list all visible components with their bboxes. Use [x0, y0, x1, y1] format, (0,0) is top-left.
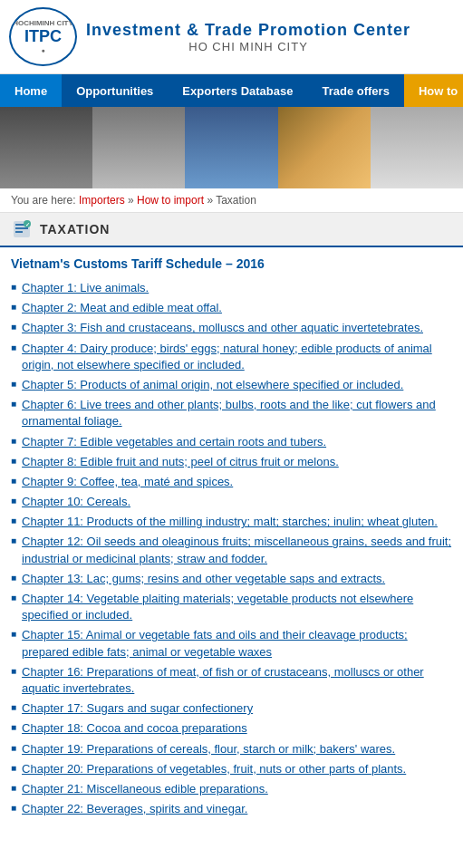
- chapter-item-9: ■Chapter 9: Coffee, tea, maté and spices…: [11, 474, 452, 490]
- chapter-item-1: ■Chapter 1: Live animals.: [11, 280, 452, 296]
- breadcrumb-prefix: You are here:: [11, 194, 79, 207]
- chapter-link-11[interactable]: Chapter 11: Products of the milling indu…: [22, 514, 438, 530]
- banner-seg-1: [0, 107, 92, 188]
- nav-trade-offers[interactable]: Trade offers: [307, 74, 403, 107]
- chapter-link-1[interactable]: Chapter 1: Live animals.: [22, 280, 149, 296]
- chapter-link-16[interactable]: Chapter 16: Preparations of meat, of fis…: [22, 664, 452, 697]
- bullet-icon: ■: [11, 435, 16, 448]
- site-title: Investment & Trade Promotion Center: [86, 21, 410, 40]
- bullet-icon: ■: [11, 475, 16, 487]
- chapter-item-2: ■Chapter 2: Meat and edible meat offal.: [11, 300, 452, 316]
- chapter-item-5: ■Chapter 5: Products of animal origin, n…: [11, 377, 452, 393]
- chapter-link-18[interactable]: Chapter 18: Cocoa and cocoa preparations: [22, 720, 247, 737]
- chapter-item-22: ■Chapter 22: Beverages, spirits and vine…: [11, 801, 452, 817]
- chapter-item-4: ■Chapter 4: Dairy produce; birds' eggs; …: [11, 341, 452, 373]
- chapter-item-13: ■Chapter 13: Lac; gums; resins and other…: [11, 571, 452, 587]
- bullet-icon: ■: [11, 342, 16, 354]
- chapter-link-2[interactable]: Chapter 2: Meat and edible meat offal.: [22, 300, 222, 316]
- nav-home[interactable]: Home: [0, 74, 62, 107]
- chapter-item-10: ■Chapter 10: Cereals.: [11, 494, 452, 510]
- bullet-icon: ■: [11, 321, 16, 333]
- bullet-icon: ■: [11, 721, 16, 734]
- chapter-link-7[interactable]: Chapter 7: Edible vegetables and certain…: [22, 434, 326, 450]
- chapter-item-15: ■Chapter 15: Animal or vegetable fats an…: [11, 627, 452, 660]
- breadcrumb-how-to-import[interactable]: How to import: [137, 194, 204, 207]
- banner-seg-2: [92, 107, 185, 188]
- chapter-link-6[interactable]: Chapter 6: Live trees and other plants; …: [22, 397, 452, 429]
- chapter-link-14[interactable]: Chapter 14: Vegetable plaiting materials…: [22, 591, 452, 623]
- chapter-item-3: ■Chapter 3: Fish and crustaceans, mollus…: [11, 320, 452, 336]
- bullet-icon: ■: [11, 455, 16, 468]
- bullet-icon: ■: [11, 742, 16, 755]
- chapter-item-20: ■Chapter 20: Preparations of vegetables,…: [11, 761, 452, 777]
- chapter-link-21[interactable]: Chapter 21: Miscellaneous edible prepara…: [22, 781, 268, 797]
- bullet-icon: ■: [11, 495, 16, 507]
- chapter-list: ■Chapter 1: Live animals.■Chapter 2: Mea…: [11, 280, 452, 817]
- bullet-icon: ■: [11, 802, 16, 815]
- chapter-item-21: ■Chapter 21: Miscellaneous edible prepar…: [11, 781, 452, 797]
- chapter-item-8: ■Chapter 8: Edible fruit and nuts; peel …: [11, 454, 452, 470]
- breadcrumb: You are here: Importers » How to import …: [0, 188, 463, 213]
- nav-exporters[interactable]: Exporters Database: [168, 74, 307, 107]
- chapter-link-10[interactable]: Chapter 10: Cereals.: [22, 494, 130, 510]
- chapter-item-6: ■Chapter 6: Live trees and other plants;…: [11, 397, 452, 429]
- bullet-icon: ■: [11, 782, 16, 795]
- banner-seg-3: [185, 107, 277, 188]
- chapter-link-17[interactable]: Chapter 17: Sugars and sugar confectione…: [22, 700, 253, 717]
- bullet-icon: ■: [11, 398, 16, 410]
- banner-seg-4: [278, 107, 371, 188]
- chapter-link-4[interactable]: Chapter 4: Dairy produce; birds' eggs; n…: [22, 341, 452, 373]
- bullet-icon: ■: [11, 628, 16, 641]
- banner-seg-5: [371, 107, 463, 188]
- chapter-link-22[interactable]: Chapter 22: Beverages, spirits and vineg…: [22, 801, 247, 817]
- breadcrumb-importers[interactable]: Importers: [79, 194, 125, 207]
- chapter-item-19: ■Chapter 19: Preparations of cereals, fl…: [11, 741, 452, 757]
- bullet-icon: ■: [11, 592, 16, 604]
- chapter-link-5[interactable]: Chapter 5: Products of animal origin, no…: [22, 377, 403, 393]
- bullet-icon: ■: [11, 281, 16, 294]
- chapter-link-20[interactable]: Chapter 20: Preparations of vegetables, …: [22, 761, 406, 777]
- chapter-link-19[interactable]: Chapter 19: Preparations of cereals, flo…: [22, 741, 395, 757]
- chapter-item-14: ■Chapter 14: Vegetable plaiting material…: [11, 591, 452, 623]
- bullet-icon: ■: [11, 535, 16, 547]
- bullet-icon: ■: [11, 572, 16, 584]
- section-title: TAXATION: [40, 222, 110, 236]
- bullet-icon: ■: [11, 665, 16, 678]
- chapter-item-7: ■Chapter 7: Edible vegetables and certai…: [11, 434, 452, 450]
- svg-text:✓: ✓: [25, 222, 30, 227]
- bullet-icon: ■: [11, 762, 16, 775]
- main-content: Vietnam's Customs Tariff Schedule – 2016…: [0, 247, 463, 830]
- bullet-icon: ■: [11, 301, 16, 313]
- chapter-link-3[interactable]: Chapter 3: Fish and crustaceans, mollusc…: [22, 320, 423, 336]
- chapter-link-15[interactable]: Chapter 15: Animal or vegetable fats and…: [22, 627, 452, 660]
- chapter-link-13[interactable]: Chapter 13: Lac; gums; resins and other …: [22, 571, 385, 587]
- banner: [0, 107, 463, 188]
- breadcrumb-current: Taxation: [216, 194, 256, 207]
- logo: HOCHIMINH CITY ITPC ●: [9, 7, 77, 66]
- site-subtitle: HO CHI MINH CITY: [188, 40, 308, 53]
- chapter-item-18: ■Chapter 18: Cocoa and cocoa preparation…: [11, 720, 452, 737]
- bullet-icon: ■: [11, 515, 16, 527]
- chapter-item-16: ■Chapter 16: Preparations of meat, of fi…: [11, 664, 452, 697]
- nav-how-to[interactable]: How to: [404, 74, 463, 107]
- chapter-link-8[interactable]: Chapter 8: Edible fruit and nuts; peel o…: [22, 454, 339, 470]
- nav-opportunities[interactable]: Opportunities: [62, 74, 168, 107]
- chapter-item-11: ■Chapter 11: Products of the milling ind…: [11, 514, 452, 530]
- chapter-item-17: ■Chapter 17: Sugars and sugar confection…: [11, 700, 452, 717]
- chapter-link-12[interactable]: Chapter 12: Oil seeds and oleaginous fru…: [22, 534, 452, 566]
- bullet-icon: ■: [11, 701, 16, 714]
- bullet-icon: ■: [11, 378, 16, 391]
- section-header: ✓ TAXATION: [0, 213, 463, 247]
- chapter-item-12: ■Chapter 12: Oil seeds and oleaginous fr…: [11, 534, 452, 566]
- section-icon: ✓: [11, 218, 33, 240]
- header: HOCHIMINH CITY ITPC ● Investment & Trade…: [0, 0, 463, 74]
- page-title: Vietnam's Customs Tariff Schedule – 2016: [11, 256, 452, 271]
- chapter-link-9[interactable]: Chapter 9: Coffee, tea, maté and spices.: [22, 474, 233, 490]
- main-nav: Home Opportunities Exporters Database Tr…: [0, 74, 463, 107]
